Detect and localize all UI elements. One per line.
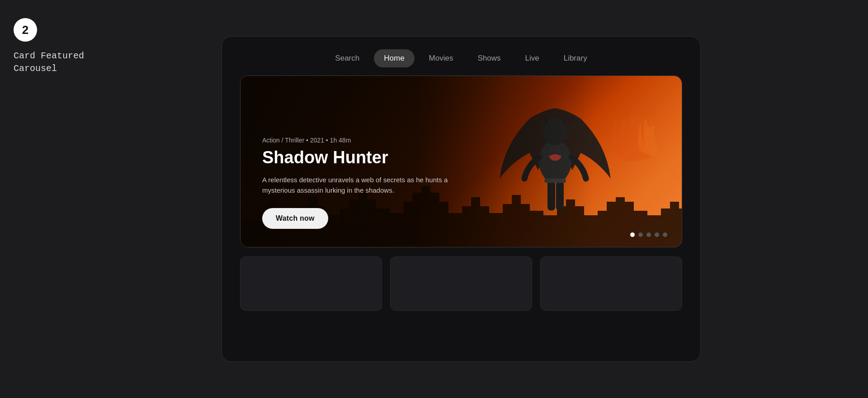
carousel-dot-4[interactable]	[655, 232, 659, 237]
featured-card: Action / Thriller • 2021 • 1h 48m Shadow…	[240, 76, 682, 247]
nav-item-live[interactable]: Live	[515, 49, 549, 67]
bottom-card-3[interactable]	[540, 256, 682, 311]
sidebar-annotation: 2 Card Featured Carousel	[14, 18, 84, 75]
watch-now-button[interactable]: Watch now	[262, 208, 328, 229]
featured-description: A relentless detective unravels a web of…	[262, 175, 452, 196]
carousel-dot-1[interactable]	[630, 232, 635, 237]
annotation-label: Card Featured Carousel	[14, 50, 84, 75]
bottom-card-2[interactable]	[390, 256, 532, 311]
bottom-card-1[interactable]	[240, 256, 382, 311]
carousel-dot-2[interactable]	[638, 232, 643, 237]
device-frame: Search Home Movies Shows Live Library	[222, 36, 701, 362]
nav-item-home[interactable]: Home	[374, 49, 414, 67]
nav-item-library[interactable]: Library	[554, 49, 597, 67]
outer-container: 2 Card Featured Carousel Search Home Mov…	[0, 0, 868, 398]
carousel-dot-5[interactable]	[663, 232, 667, 237]
nav-item-shows[interactable]: Shows	[467, 49, 510, 67]
content-area: Action / Thriller • 2021 • 1h 48m Shadow…	[222, 76, 700, 361]
carousel-dot-3[interactable]	[646, 232, 651, 237]
badge-number: 2	[14, 18, 37, 42]
carousel-dots	[630, 232, 667, 237]
featured-content: Action / Thriller • 2021 • 1h 48m Shadow…	[241, 137, 474, 247]
nav-item-search[interactable]: Search	[325, 49, 369, 67]
bottom-cards-row	[240, 256, 682, 311]
nav-bar: Search Home Movies Shows Live Library	[222, 37, 700, 76]
featured-meta: Action / Thriller • 2021 • 1h 48m	[262, 137, 452, 144]
nav-item-movies[interactable]: Movies	[419, 49, 463, 67]
featured-title: Shadow Hunter	[262, 148, 452, 167]
